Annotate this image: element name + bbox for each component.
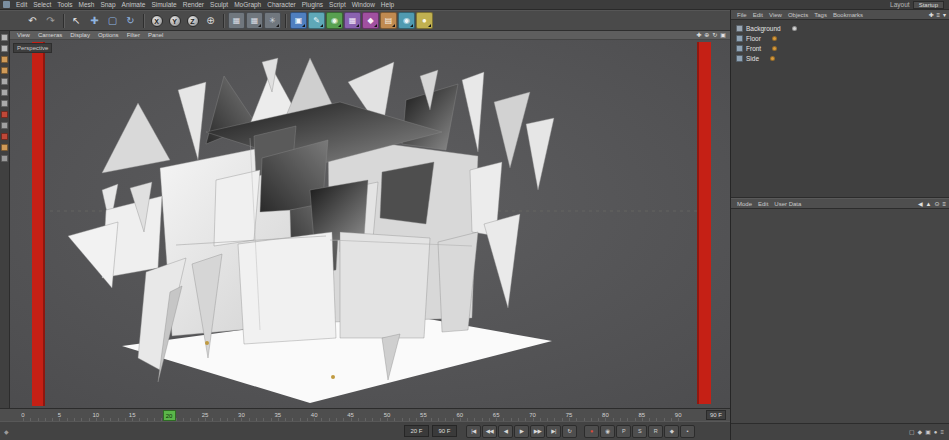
red-pillar-right[interactable] [697, 42, 711, 404]
add-environment-icon[interactable]: ▤ [380, 12, 397, 29]
menu-sculpt[interactable]: Sculpt [207, 1, 231, 8]
enable-snap-icon[interactable] [1, 133, 8, 140]
play-button[interactable]: ▶ [514, 425, 529, 438]
workplane-mode-icon[interactable] [1, 67, 8, 74]
menu-character[interactable]: Character [264, 1, 299, 8]
material-tag-dot[interactable] [772, 36, 777, 41]
edges-mode-icon[interactable] [1, 89, 8, 96]
om-menu-view[interactable]: View [766, 12, 785, 18]
add-subdivision-surface-icon[interactable]: ◉ [326, 12, 343, 29]
menu-mograph[interactable]: MoGraph [231, 1, 264, 8]
material-tag-dot[interactable] [772, 46, 777, 51]
menu-snap[interactable]: Snap [97, 1, 118, 8]
y-axis-lock-button[interactable]: Y [166, 12, 183, 29]
autokey-button[interactable]: ◉ [600, 425, 615, 438]
record-scale-button[interactable]: S [632, 425, 647, 438]
viewport-menu-display[interactable]: Display [66, 32, 94, 38]
am-menu-mode[interactable]: Mode [734, 201, 755, 207]
lock-workplane-icon[interactable] [1, 155, 8, 162]
om-menu-tags[interactable]: Tags [811, 12, 830, 18]
add-deformer-icon[interactable]: ◆ [362, 12, 379, 29]
panel-button-2[interactable]: ◆ [918, 428, 923, 436]
current-frame-marker[interactable]: 20 [163, 410, 176, 421]
scale-tool-icon[interactable]: ▢ [104, 12, 121, 29]
texture-mode-icon[interactable] [1, 56, 8, 63]
add-cube-icon[interactable]: ▣ [290, 12, 307, 29]
end-frame-field[interactable]: 90 F [706, 410, 726, 420]
menu-render[interactable]: Render [180, 1, 207, 8]
object-row-background[interactable]: Background [731, 23, 949, 33]
viewport-menu-panel[interactable]: Panel [144, 32, 167, 38]
layout-select[interactable]: Startup [913, 1, 944, 9]
am-up-icon[interactable]: ▲ [926, 200, 932, 208]
panel-button-5[interactable]: ≡ [940, 428, 944, 436]
prev-frame-button[interactable]: ◀ [498, 425, 513, 438]
om-menu-bookmarks[interactable]: Bookmarks [830, 12, 866, 18]
material-tag-dot[interactable] [792, 26, 797, 31]
menu-mesh[interactable]: Mesh [75, 1, 97, 8]
am-menu-user-data[interactable]: User Data [771, 201, 804, 207]
menu-simulate[interactable]: Simulate [148, 1, 179, 8]
loop-button[interactable]: ↻ [562, 425, 577, 438]
add-camera-icon[interactable]: ◉ [398, 12, 415, 29]
object-row-floor[interactable]: Floor [731, 33, 949, 43]
current-frame-field[interactable]: 20 F [404, 425, 429, 437]
add-light-icon[interactable]: ● [416, 12, 433, 29]
goto-start-button[interactable]: |◀ [466, 425, 481, 438]
render-picture-viewer-icon[interactable]: ▦ [246, 12, 263, 29]
bottom-left-icon[interactable]: ◆ [4, 428, 14, 435]
record-button[interactable]: ● [584, 425, 599, 438]
move-tool-icon[interactable]: ✚ [86, 12, 103, 29]
coordinate-system-icon[interactable]: ⊕ [202, 12, 219, 29]
object-row-side[interactable]: Side [731, 53, 949, 63]
viewport-view-label[interactable]: Perspective [13, 43, 52, 53]
rotate-view-icon[interactable]: ↻ [712, 31, 717, 39]
menu-tools[interactable]: Tools [54, 1, 75, 8]
om-menu-objects[interactable]: Objects [785, 12, 811, 18]
add-spline-icon[interactable]: ✎ [308, 12, 325, 29]
om-filter-icon[interactable]: ≡ [936, 11, 940, 19]
menu-select[interactable]: Select [30, 1, 54, 8]
om-dropdown-icon[interactable]: ▾ [943, 11, 946, 19]
next-frame-button[interactable]: ▶▶ [530, 425, 545, 438]
om-add-icon[interactable]: ✚ [928, 11, 933, 19]
model-mode-icon[interactable] [1, 45, 8, 52]
x-axis-lock-button[interactable]: X [148, 12, 165, 29]
toggle-views-icon[interactable]: ▣ [720, 31, 726, 39]
record-parameter-button[interactable]: ◆ [664, 425, 679, 438]
enable-axis-icon[interactable] [1, 111, 8, 118]
menu-help[interactable]: Help [378, 1, 397, 8]
viewport-menu-filter[interactable]: Filter [123, 32, 144, 38]
record-rotation-button[interactable]: R [648, 425, 663, 438]
live-selection-icon[interactable]: ↖ [68, 12, 85, 29]
points-mode-icon[interactable] [1, 78, 8, 85]
viewport-menu-cameras[interactable]: Cameras [34, 32, 66, 38]
panel-button-4[interactable]: ● [934, 428, 938, 436]
max-frame-field[interactable]: 90 F [432, 425, 457, 437]
om-menu-edit[interactable]: Edit [750, 12, 766, 18]
menu-animate[interactable]: Animate [119, 1, 149, 8]
viewport-solo-icon[interactable] [1, 122, 8, 129]
zoom-view-icon[interactable]: ⊕ [704, 31, 709, 39]
am-lock-icon[interactable]: ⊙ [934, 200, 939, 208]
panel-button-1[interactable]: ▢ [909, 428, 915, 436]
am-back-icon[interactable]: ◀ [918, 200, 923, 208]
z-axis-lock-button[interactable]: Z [184, 12, 201, 29]
pan-view-icon[interactable]: ✚ [696, 31, 701, 39]
prev-key-button[interactable]: ◀◀ [482, 425, 497, 438]
polygons-mode-icon[interactable] [1, 100, 8, 107]
undo-icon[interactable]: ↶ [24, 12, 41, 29]
menu-edit[interactable]: Edit [13, 1, 30, 8]
om-menu-file[interactable]: File [734, 12, 750, 18]
make-editable-icon[interactable] [1, 34, 8, 41]
am-menu-icon[interactable]: ≡ [942, 200, 946, 208]
record-position-button[interactable]: P [616, 425, 631, 438]
object-row-front[interactable]: Front [731, 43, 949, 53]
timeline-ruler[interactable]: 051015202530354045505560657075808590 20 … [0, 408, 730, 421]
viewport-menu-options[interactable]: Options [94, 32, 123, 38]
workplane-snap-icon[interactable] [1, 144, 8, 151]
goto-end-button[interactable]: ▶| [546, 425, 561, 438]
redo-icon[interactable]: ↷ [42, 12, 59, 29]
menu-plugins[interactable]: Plugins [299, 1, 326, 8]
menu-script[interactable]: Script [326, 1, 349, 8]
